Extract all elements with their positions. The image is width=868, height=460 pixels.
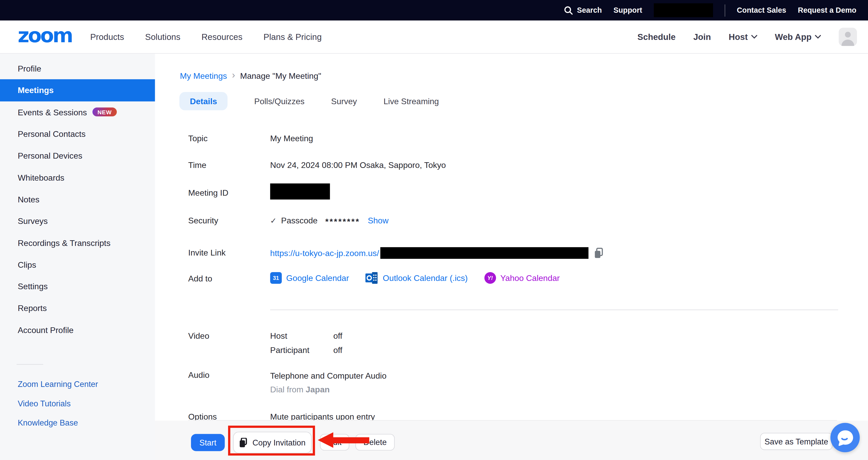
nav-solutions[interactable]: Solutions <box>145 32 180 42</box>
navbar-right: Schedule Join Host Web App <box>637 28 857 46</box>
passcode-mask: ******** <box>326 217 360 226</box>
main-content: My Meetings › Manage "My Meeting" Detail… <box>155 54 868 420</box>
google-calendar-link[interactable]: 31 Google Calendar <box>270 272 349 284</box>
new-badge: NEW <box>92 108 117 116</box>
topbar-contact-sales-link[interactable]: Contact Sales <box>737 6 786 15</box>
tab-details[interactable]: Details <box>179 92 227 110</box>
copy-invitation-label: Copy Invitation <box>252 438 306 447</box>
video-participant-label: Participant <box>270 345 334 354</box>
nav-join[interactable]: Join <box>693 32 711 42</box>
invite-link-row: https://u-tokyo-ac-jp.zoom.us/ <box>270 247 604 259</box>
google-calendar-label: Google Calendar <box>286 273 349 283</box>
sidebar-item-recordings-transcripts[interactable]: Recordings & Transcripts <box>0 232 155 254</box>
tab-polls-quizzes[interactable]: Polls/Quizzes <box>254 96 304 106</box>
sidebar-item-notes[interactable]: Notes <box>0 189 155 210</box>
yahoo-calendar-icon: Y! <box>484 272 496 284</box>
show-passcode-link[interactable]: Show <box>368 215 389 225</box>
edit-button[interactable]: Edit <box>320 434 349 451</box>
navbar-menu: Products Solutions Resources Plans & Pri… <box>90 32 321 42</box>
video-label: Video <box>188 331 209 340</box>
topic-label: Topic <box>188 134 208 143</box>
sidebar-item-clips[interactable]: Clips <box>0 254 155 276</box>
sidebar-item-label: Recordings & Transcripts <box>18 238 110 248</box>
security-label: Security <box>188 215 218 225</box>
dial-from-label: Dial from <box>270 384 303 394</box>
checkmark-icon: ✓ <box>270 216 277 225</box>
topbar-search-label: Search <box>577 6 602 15</box>
sidebar-item-label: Notes <box>18 194 39 204</box>
video-participant-row: Participant off <box>270 345 342 354</box>
sidebar-item-label: Reports <box>18 304 46 313</box>
chevron-down-icon <box>751 35 757 39</box>
meeting-id-label: Meeting ID <box>188 188 228 197</box>
topbar-redacted-phone <box>654 3 713 17</box>
sidebar-item-events-sessions[interactable]: Events & Sessions NEW <box>0 101 155 123</box>
copy-link-icon[interactable] <box>594 248 604 259</box>
sidebar-item-label: Whiteboards <box>18 173 64 182</box>
sidebar-divider <box>17 364 43 365</box>
tab-live-streaming[interactable]: Live Streaming <box>383 96 439 106</box>
tab-survey[interactable]: Survey <box>331 96 357 106</box>
nav-schedule[interactable]: Schedule <box>637 32 675 42</box>
sidebar-item-label: Clips <box>18 260 36 269</box>
nav-resources[interactable]: Resources <box>202 32 242 42</box>
sidebar-link-zoom-learning-center[interactable]: Zoom Learning Center <box>0 374 155 394</box>
sidebar: Profile Meetings Events & Sessions NEW P… <box>0 54 155 460</box>
sidebar-link-video-tutorials[interactable]: Video Tutorials <box>0 394 155 413</box>
nav-host-label: Host <box>729 32 748 42</box>
sidebar-item-label: Personal Contacts <box>18 129 86 138</box>
nav-web-app-dropdown[interactable]: Web App <box>775 32 821 42</box>
sidebar-link-knowledge-base[interactable]: Knowledge Base <box>0 413 155 433</box>
invite-url-redacted <box>380 247 588 259</box>
yahoo-calendar-label: Yahoo Calendar <box>500 273 560 283</box>
video-participant-value: off <box>333 345 342 354</box>
zoom-logo[interactable]: zoom <box>18 25 72 45</box>
sidebar-item-surveys[interactable]: Surveys <box>0 210 155 232</box>
sidebar-item-personal-contacts[interactable]: Personal Contacts <box>0 123 155 145</box>
nav-products[interactable]: Products <box>90 32 124 42</box>
audio-label: Audio <box>188 370 210 380</box>
invite-url-link[interactable]: https://u-tokyo-ac-jp.zoom.us/ <box>270 248 379 258</box>
sidebar-item-whiteboards[interactable]: Whiteboards <box>0 167 155 189</box>
topbar-divider <box>724 4 725 16</box>
save-as-template-button[interactable]: Save as Template <box>760 433 833 450</box>
sidebar-item-label: Profile <box>18 64 41 73</box>
nav-web-app-label: Web App <box>775 32 812 42</box>
nav-plans-pricing[interactable]: Plans & Pricing <box>264 32 322 42</box>
options-label: Options <box>188 412 217 421</box>
options-value: Mute participants upon entry <box>270 412 375 421</box>
sidebar-item-label: Events & Sessions <box>18 107 87 117</box>
delete-button[interactable]: Delete <box>355 434 395 451</box>
sidebar-item-reports[interactable]: Reports <box>0 297 155 319</box>
chevron-down-icon <box>815 35 821 39</box>
sidebar-item-account-profile[interactable]: Account Profile <box>0 319 155 341</box>
chat-widget-button[interactable] <box>831 423 860 452</box>
breadcrumb-chevron-icon: › <box>232 70 235 81</box>
sidebar-item-personal-devices[interactable]: Personal Devices <box>0 145 155 167</box>
copy-invitation-button[interactable]: Copy Invitation <box>233 432 312 453</box>
start-button[interactable]: Start <box>191 434 225 451</box>
sidebar-item-settings[interactable]: Settings <box>0 276 155 297</box>
sidebar-item-meetings[interactable]: Meetings <box>0 79 155 101</box>
footer-action-bar: Start Copy Invitation Edit Delete Save a… <box>155 421 868 460</box>
topbar: Search Support Contact Sales Request a D… <box>0 0 868 21</box>
search-icon <box>564 6 573 15</box>
zoom-web-portal-page: Search Support Contact Sales Request a D… <box>0 0 868 460</box>
meeting-tabs: Details Polls/Quizzes Survey Live Stream… <box>179 92 439 110</box>
topbar-search[interactable]: Search <box>564 6 601 15</box>
sidebar-item-profile[interactable]: Profile <box>0 58 155 79</box>
breadcrumb: My Meetings › Manage "My Meeting" <box>180 70 321 81</box>
dial-from-country: Japan <box>306 384 330 394</box>
time-label: Time <box>188 160 206 170</box>
user-avatar[interactable] <box>839 28 857 46</box>
topbar-support-link[interactable]: Support <box>614 6 642 15</box>
video-host-value: off <box>333 331 342 340</box>
dial-from-row: Dial from Japan <box>270 384 330 394</box>
topbar-request-demo-link[interactable]: Request a Demo <box>798 6 856 15</box>
yahoo-calendar-link[interactable]: Y! Yahoo Calendar <box>484 272 560 284</box>
breadcrumb-current: Manage "My Meeting" <box>240 71 321 80</box>
nav-host-dropdown[interactable]: Host <box>729 32 757 42</box>
topic-value: My Meeting <box>270 134 313 143</box>
breadcrumb-my-meetings-link[interactable]: My Meetings <box>180 71 227 80</box>
outlook-calendar-link[interactable]: Outlook Calendar (.ics) <box>366 272 467 284</box>
